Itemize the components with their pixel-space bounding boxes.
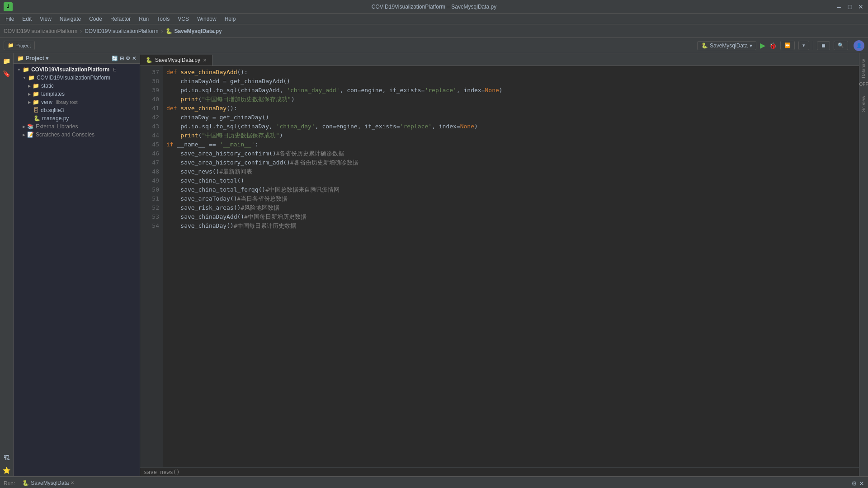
chevron-down-icon: ▾ bbox=[750, 42, 752, 49]
db-file-icon: 🗄 bbox=[33, 107, 39, 113]
stop-button[interactable]: ⏹ bbox=[817, 41, 830, 50]
nav-bar: COVID19VisualizationPlatform › COVID19Vi… bbox=[0, 24, 868, 38]
window-title: COVID19VisualizationPlatform – SaveMysql… bbox=[372, 4, 497, 10]
run-config-selector[interactable]: 🐍 SaveMysqlData ▾ bbox=[697, 41, 756, 50]
minimize-button[interactable]: – bbox=[835, 3, 843, 10]
run-settings-button[interactable]: ⚙ bbox=[851, 480, 857, 487]
tree-item-manage[interactable]: 🐍 manage.py bbox=[14, 114, 140, 122]
menu-refactor[interactable]: Refactor bbox=[107, 15, 134, 23]
venv-label: venv bbox=[41, 99, 52, 105]
arrow-right-icon: ▶ bbox=[28, 84, 31, 88]
debug-button[interactable]: 🐞 bbox=[769, 42, 777, 49]
arrow-down-icon: ▼ bbox=[17, 68, 21, 72]
venv-folder-icon: 📁 bbox=[33, 99, 39, 105]
database-panel-toggle[interactable]: Database bbox=[860, 55, 867, 82]
tree-item-static[interactable]: ▶ 📁 static bbox=[14, 82, 140, 90]
project-panel-toggle[interactable]: 📁 bbox=[1, 55, 13, 67]
bottom-panel: Run: 🐍 SaveMysqlData ✕ ⚙ ✕ ▶ ▲ ▼ ⏹ 🔄 🔧 🗑… bbox=[0, 476, 868, 488]
static-label: static bbox=[41, 83, 54, 89]
tab-file-icon: 🐍 bbox=[146, 57, 152, 63]
menu-navigate[interactable]: Navigate bbox=[56, 15, 85, 23]
settings-icon[interactable]: ⚙ bbox=[126, 56, 130, 61]
sub-folder-icon: 📁 bbox=[28, 75, 35, 81]
extlib-folder-icon: 📚 bbox=[27, 123, 34, 130]
tree-item-root[interactable]: ▼ 📁 COVID19VisualizationPlatform E bbox=[14, 66, 140, 74]
scratch-label: Scratches and Consoles bbox=[36, 131, 94, 138]
collapse-icon[interactable]: ⊟ bbox=[120, 56, 124, 61]
off-badge: OFF bbox=[859, 82, 868, 87]
left-sidebar-icons: 📁 🔖 🏗 ⭐ bbox=[0, 53, 14, 476]
menu-view[interactable]: View bbox=[36, 15, 55, 23]
library-root-badge: library root bbox=[56, 100, 77, 105]
root-marker: E bbox=[113, 67, 116, 72]
menu-run[interactable]: Run bbox=[135, 15, 152, 23]
project-tree: ▼ 📁 COVID19VisualizationPlatform E ▼ 📁 C… bbox=[14, 64, 140, 476]
run-label: Run: bbox=[4, 480, 15, 487]
run-tab-active[interactable]: 🐍 SaveMysqlData ✕ bbox=[19, 478, 78, 488]
root-folder-icon: 📁 bbox=[23, 66, 29, 73]
title-bar: J COVID19VisualizationPlatform – SaveMys… bbox=[0, 0, 868, 14]
tab-close-button[interactable]: ✕ bbox=[203, 58, 207, 63]
close-button[interactable]: ✕ bbox=[857, 3, 864, 10]
code-content[interactable]: def save_chinaDayAdd(): chinaDayAdd = ge… bbox=[163, 66, 859, 467]
nav-project: COVID19VisualizationPlatform bbox=[4, 28, 77, 34]
extlib-label: External Libraries bbox=[36, 123, 78, 130]
tab-label: SaveMysqlData.py bbox=[155, 57, 200, 63]
run-button[interactable]: ▶ bbox=[760, 41, 765, 50]
sciview-panel-toggle[interactable]: SciView bbox=[860, 92, 867, 115]
project-icon: 📁 bbox=[17, 55, 24, 61]
menu-vcs[interactable]: VCS bbox=[174, 15, 193, 23]
templates-label: templates bbox=[41, 91, 65, 97]
tree-item-sub[interactable]: ▼ 📁 COVID19VisualizationPlatform bbox=[14, 74, 140, 82]
menu-bar: File Edit View Navigate Code Refactor Ru… bbox=[0, 14, 868, 24]
project-label: Project ▾ bbox=[26, 55, 48, 61]
sync-icon[interactable]: 🔄 bbox=[112, 56, 118, 61]
project-panel: 📁 Project ▾ 🔄 ⊟ ⚙ ✕ ▼ 📁 COVID19Visualiza… bbox=[14, 53, 140, 476]
project-view-button[interactable]: 📁 Project bbox=[4, 41, 35, 50]
search-everywhere-button[interactable]: 🔍 bbox=[834, 41, 848, 50]
tree-item-db[interactable]: 🗄 db.sqlite3 bbox=[14, 106, 140, 114]
favorites-icon[interactable]: ⭐ bbox=[1, 465, 13, 476]
menu-help[interactable]: Help bbox=[221, 15, 240, 23]
maximize-button[interactable]: □ bbox=[846, 3, 854, 10]
static-folder-icon: 📁 bbox=[33, 83, 39, 89]
structure-icon[interactable]: 🏗 bbox=[1, 452, 13, 464]
run-tab-label: SaveMysqlData bbox=[31, 480, 69, 486]
run-config-icon: 🐍 bbox=[701, 42, 708, 49]
tab-savemysqldata[interactable]: 🐍 SaveMysqlData.py ✕ bbox=[140, 55, 212, 66]
py-file-icon: 🐍 bbox=[33, 115, 40, 122]
avatar-icon: 👤 bbox=[854, 40, 864, 51]
code-hint-bar: save_news() bbox=[140, 467, 859, 476]
menu-code[interactable]: Code bbox=[85, 15, 106, 23]
run-config-name: SaveMysqlData bbox=[710, 42, 748, 49]
nav-module: COVID19VisualizationPlatform bbox=[85, 28, 158, 34]
tree-item-extlib[interactable]: ▶ 📚 External Libraries bbox=[14, 122, 140, 131]
menu-edit[interactable]: Edit bbox=[19, 15, 35, 23]
menu-file[interactable]: File bbox=[2, 15, 18, 23]
run-toolbar: ⚙ ✕ bbox=[851, 480, 864, 487]
bookmarks-icon[interactable]: 🔖 bbox=[1, 68, 13, 80]
menu-tools[interactable]: Tools bbox=[153, 15, 173, 23]
tree-item-venv[interactable]: ▶ 📁 venv library root bbox=[14, 98, 140, 106]
arrow-right-icon3: ▶ bbox=[28, 100, 31, 104]
nav-file-icon: 🐍 bbox=[165, 28, 172, 34]
project-panel-header: 📁 Project ▾ 🔄 ⊟ ⚙ ✕ bbox=[14, 53, 140, 64]
arrow-right-icon4: ▶ bbox=[23, 125, 25, 129]
app-icon: J bbox=[4, 2, 13, 11]
toolbar: 📁 Project 🐍 SaveMysqlData ▾ ▶ 🐞 ⏩ ▾ ⏹ 🔍 … bbox=[0, 38, 868, 53]
tree-item-templates[interactable]: ▶ 📁 templates bbox=[14, 90, 140, 98]
close-panel-icon[interactable]: ✕ bbox=[132, 56, 136, 61]
code-area: 37383940 41424344 45464748 49505152 5354… bbox=[140, 66, 859, 467]
right-sidebar: Database OFF SciView bbox=[859, 53, 868, 476]
root-label: COVID19VisualizationPlatform bbox=[31, 66, 109, 73]
arrow-down-icon2: ▼ bbox=[23, 76, 26, 80]
run-tab-close-button[interactable]: ✕ bbox=[71, 480, 74, 485]
more-run-options-button[interactable]: ▾ bbox=[798, 41, 809, 50]
nav-file: SaveMysqlData.py bbox=[174, 28, 222, 34]
run-tab-icon: 🐍 bbox=[22, 480, 29, 486]
tree-item-scratches[interactable]: ▶ 📝 Scratches and Consoles bbox=[14, 131, 140, 139]
editor-tabs-bar: 🐍 SaveMysqlData.py ✕ bbox=[140, 53, 859, 66]
run-close-button[interactable]: ✕ bbox=[859, 480, 864, 487]
menu-window[interactable]: Window bbox=[193, 15, 220, 23]
run-with-coverage-button[interactable]: ⏩ bbox=[780, 41, 795, 50]
